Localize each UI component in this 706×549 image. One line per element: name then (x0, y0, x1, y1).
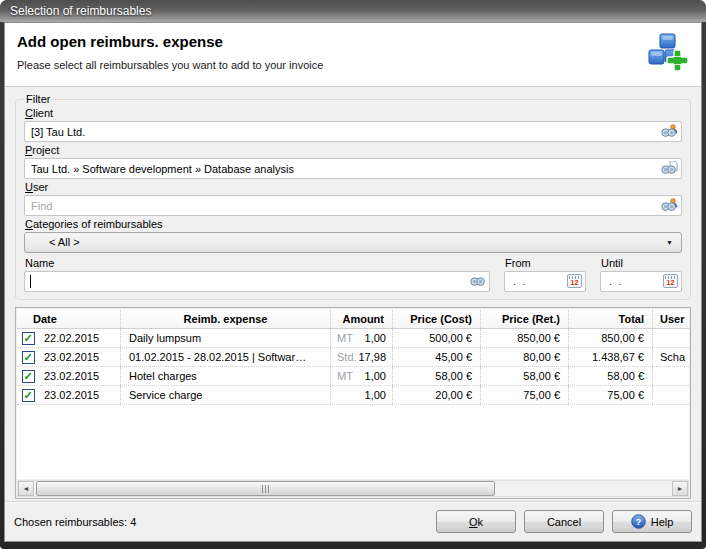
table-row[interactable]: ✓ 23.02.2015 Service charge 1,00 20,00 €… (17, 386, 689, 405)
column-header-expense[interactable]: Reimb. expense (120, 309, 330, 328)
from-date-field[interactable]: . . 12 (504, 271, 586, 292)
thumb-grip-icon (262, 485, 263, 493)
checkmark-icon: ✓ (23, 352, 32, 363)
user-label: User (25, 181, 682, 193)
text-caret (30, 275, 31, 288)
binoculars-person-icon (661, 198, 678, 212)
client-field-wrap (24, 121, 682, 142)
row-checkbox[interactable]: ✓ (22, 332, 35, 345)
categories-dropdown[interactable]: < All > ▼ (24, 232, 682, 253)
name-date-row: Name (24, 255, 682, 292)
binoculars-document-icon (661, 161, 678, 175)
categories-selected-value: < All > (49, 236, 80, 248)
chosen-count-status: Chosen reimbursables: 4 (14, 516, 428, 528)
help-icon: ? (631, 514, 646, 529)
scroll-left-arrow[interactable]: ◄ (18, 481, 34, 496)
checkmark-icon: ✓ (23, 390, 32, 401)
name-label: Name (25, 257, 490, 269)
row-checkbox[interactable]: ✓ (22, 389, 35, 402)
client-label: Client (25, 107, 682, 119)
scrollbar-thumb[interactable] (36, 481, 495, 496)
scroll-right-arrow[interactable]: ► (672, 481, 688, 496)
from-label: From (505, 257, 586, 269)
categories-label: Categories of reimbursables (25, 218, 682, 230)
until-label: Until (601, 257, 682, 269)
project-field-wrap (24, 158, 682, 179)
table-row[interactable]: ✓ 22.02.2015 Daily lumpsum MT1,00 500,00… (17, 329, 689, 348)
titlebar[interactable]: Selection of reimbursables (0, 0, 706, 22)
calendar-icon[interactable]: 12 (567, 274, 582, 288)
name-input[interactable] (24, 271, 490, 292)
find-name-button[interactable] (468, 273, 487, 289)
column-header-amount[interactable]: Amount (330, 309, 392, 328)
table-header-row: Date Reimb. expense Amount Price (Cost) … (17, 309, 689, 329)
user-input[interactable] (24, 195, 682, 216)
row-checkbox[interactable]: ✓ (22, 370, 35, 383)
dialog-header: Add open reimburs. expense Please select… (5, 23, 701, 87)
user-field-wrap (24, 195, 682, 216)
reimbursables-list-panel: Date Reimb. expense Amount Price (Cost) … (15, 307, 691, 499)
checkmark-icon: ✓ (23, 371, 32, 382)
project-label: Project (25, 144, 682, 156)
dialog-body: Add open reimburs. expense Please select… (4, 22, 702, 542)
until-date-field[interactable]: . . 12 (600, 271, 682, 292)
binoculars-icon (470, 275, 486, 287)
column-header-user[interactable]: User (652, 309, 689, 328)
ok-button[interactable]: Ok (436, 510, 516, 533)
name-field-wrap (24, 271, 490, 292)
window-title: Selection of reimbursables (10, 4, 151, 18)
binoculars-person-icon (661, 124, 678, 138)
table-row[interactable]: ✓ 23.02.2015 01.02.2015 - 28.02.2015 | S… (17, 348, 689, 367)
filter-groupbox: Filter Client P (15, 93, 691, 300)
page-title: Add open reimburs. expense (17, 33, 689, 50)
dialog-footer: Chosen reimbursables: 4 Ok Cancel ? Help (5, 501, 701, 541)
chevron-down-icon: ▼ (666, 233, 673, 253)
page-subtitle: Please select all reimbursables you want… (17, 59, 689, 71)
client-input[interactable] (24, 121, 682, 142)
help-button[interactable]: ? Help (612, 510, 692, 533)
table-row[interactable]: ✓ 23.02.2015 Hotel charges MT1,00 58,00 … (17, 367, 689, 386)
calendar-icon[interactable]: 12 (663, 274, 678, 288)
horizontal-scrollbar[interactable]: ◄ ► (17, 480, 689, 497)
find-project-button[interactable] (660, 160, 679, 176)
scrollbar-track[interactable] (34, 481, 672, 496)
find-user-button[interactable] (660, 197, 679, 213)
svg-text:?: ? (635, 516, 641, 527)
column-header-total[interactable]: Total (568, 309, 652, 328)
column-header-price-cost[interactable]: Price (Cost) (392, 309, 480, 328)
project-input[interactable] (24, 158, 682, 179)
add-reimbursable-cubes-icon (645, 32, 689, 78)
dialog-content: Filter Client P (5, 87, 701, 501)
column-header-price-ret[interactable]: Price (Ret.) (480, 309, 568, 328)
cancel-button[interactable]: Cancel (524, 510, 604, 533)
filter-legend: Filter (24, 93, 52, 105)
column-header-date[interactable]: Date (17, 309, 120, 328)
dialog-window: Selection of reimbursables Add open reim… (0, 0, 706, 549)
checkmark-icon: ✓ (23, 333, 32, 344)
find-client-button[interactable] (660, 123, 679, 139)
reimbursables-table: Date Reimb. expense Amount Price (Cost) … (17, 309, 689, 479)
row-checkbox[interactable]: ✓ (22, 351, 35, 364)
